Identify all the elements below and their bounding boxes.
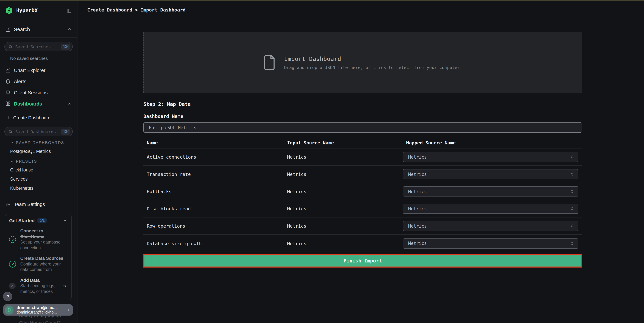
divider [0,37,77,38]
mapped-source-select[interactable]: Metrics [403,169,578,179]
task-desc: Start sending logs, metrics, or traces [20,283,62,294]
check-circle-icon [9,236,16,243]
chart-name: Database size growth [144,241,284,246]
dashboard-name-input[interactable] [144,122,582,132]
chevron-right-icon [66,308,71,312]
select-chevrons-icon [570,206,575,211]
group-presets[interactable]: PRESETS [10,159,77,163]
create-dashboard-label: Create Dashboard [13,115,50,120]
dropzone-subtitle: Drag and drop a JSON file here, or click… [284,65,462,70]
selected-value: Metrics [408,172,427,177]
task-desc: Set up your database connection [20,240,67,250]
mapped-source-select[interactable]: Metrics [403,221,578,231]
sidebar-collapse-icon[interactable] [66,8,72,13]
saved-searches-placeholder: Saved Searches [15,44,61,49]
mapped-source-select[interactable]: Metrics [403,204,578,214]
table-row: Database size growth Metrics Metrics [144,235,582,252]
column-header-name: Name [144,140,284,146]
table-row: Row operations Metrics Metrics [144,218,582,235]
task-title: Connect to ClickHouse [20,228,67,240]
sidebar-nav: Chart Explorer Alerts Client Sessions Da… [0,64,77,109]
task-title: Add Data [20,278,62,283]
sidebar: HyperDX Search Saved Searches ⌘K No save… [0,0,78,323]
selected-value: Metrics [408,189,427,194]
column-header-input-source: Input Source Name [284,140,403,146]
user-email-secondary: dominic.tran@clickho... [16,310,66,314]
get-started-item-sources[interactable]: Create Data Sources Configure where your… [9,256,67,272]
preset-item-clickhouse[interactable]: ClickHouse [10,168,77,172]
breadcrumb: Create Dashboard>Import Dashboard [87,7,186,12]
help-button[interactable]: ? [3,292,12,301]
chart-name: Row operations [144,223,284,229]
user-email-primary: dominic.tran@clic... [16,306,66,310]
input-source-name: Metrics [284,154,403,160]
breadcrumb-bar: Create Dashboard>Import Dashboard [78,0,644,20]
user-menu[interactable]: D dominic.tran@clic... dominic.tran@clic… [4,304,73,316]
finish-import-button[interactable]: Finish Import [144,254,582,268]
get-started-item-add-data[interactable]: 3 Add Data Start sending logs, metrics, … [9,278,67,294]
get-started-title: Get Started [9,218,35,223]
progress-badge: 2/3 [38,218,47,223]
table-row: Disc blocks read Metrics Metrics [144,200,582,218]
table-row: Rollbacks Metrics Metrics [144,183,582,200]
dashboards-grid-icon [5,101,11,106]
step-title: Step 2: Map Data [144,102,582,107]
mapped-source-select[interactable]: Metrics [403,186,578,196]
create-dashboard-button[interactable]: Create Dashboard [3,114,77,122]
selected-value: Metrics [408,154,427,160]
select-chevrons-icon [570,189,575,194]
chevron-down-icon [10,159,14,163]
file-dropzone[interactable]: Import Dashboard Drag and drop a JSON fi… [144,32,582,93]
sidebar-item-chart-explorer[interactable]: Chart Explorer [0,64,77,76]
background-promo-text-2: ClickHouse Cloud? [19,320,61,323]
chevron-down-icon [10,141,14,145]
preset-item-kubernetes[interactable]: Kubernetes [10,186,77,191]
get-started-item-connect[interactable]: Connect to ClickHouse Set up your databa… [9,228,67,250]
input-source-name: Metrics [284,223,403,229]
import-content: Import Dashboard Drag and drop a JSON fi… [144,20,582,268]
breadcrumb-create-dashboard[interactable]: Create Dashboard [87,7,132,12]
no-saved-searches-text: No saved searches [10,56,77,61]
input-source-name: Metrics [284,206,403,212]
selected-value: Metrics [408,224,427,228]
bell-icon [5,78,11,84]
mapping-table: Name Input Source Name Mapped Source Nam… [144,137,582,252]
laptop-icon [5,90,11,96]
saved-dashboards-input[interactable]: Saved Dashboards ⌘K [4,127,73,136]
table-row: Active connections Metrics Metrics [144,148,582,166]
search-section-icon [5,26,11,32]
sidebar-section-search[interactable]: Search [0,23,77,35]
select-chevrons-icon [570,172,575,177]
line-chart-icon [5,67,11,73]
saved-searches-input[interactable]: Saved Searches ⌘K [4,42,73,52]
sidebar-item-alerts[interactable]: Alerts [0,76,77,87]
preset-item-services[interactable]: Services [10,176,77,182]
table-row: Transaction rate Metrics Metrics [144,166,582,183]
dropzone-inner: Import Dashboard Drag and drop a JSON fi… [263,55,462,70]
mapped-source-select[interactable]: Metrics [403,238,578,248]
brand-name: HyperDX [16,8,66,14]
plus-icon [6,116,10,120]
breadcrumb-separator: > [132,7,141,12]
nav-label: Dashboards [14,101,67,106]
nav-label: Chart Explorer [14,68,72,73]
avatar: D [5,306,14,314]
sidebar-item-dashboards[interactable]: Dashboards [0,98,77,109]
chevron-up-icon [67,101,72,106]
breadcrumb-import-dashboard[interactable]: Import Dashboard [140,7,186,12]
get-started-header[interactable]: Get Started 2/3 [9,218,67,223]
mapped-source-select[interactable]: Metrics [403,152,578,162]
user-texts: dominic.tran@clic... dominic.tran@clickh… [16,306,66,314]
sidebar-item-client-sessions[interactable]: Client Sessions [0,87,77,98]
chart-name: Transaction rate [144,172,284,177]
saved-dashboards-placeholder: Saved Dashboards [15,129,61,134]
dashboard-item-postgresql-metrics[interactable]: PostgreSQL Metrics [10,149,77,154]
sidebar-item-team-settings[interactable]: Team Settings [0,200,77,209]
chart-name: Active connections [144,154,284,160]
get-started-card: Get Started 2/3 Connect to ClickHouse Se… [5,214,72,300]
check-circle-icon [9,261,16,268]
group-saved-dashboards[interactable]: SAVED DASHBOARDS [10,141,77,145]
divider [0,110,77,110]
input-source-name: Metrics [284,241,403,246]
step-number-badge: 3 [9,283,16,289]
